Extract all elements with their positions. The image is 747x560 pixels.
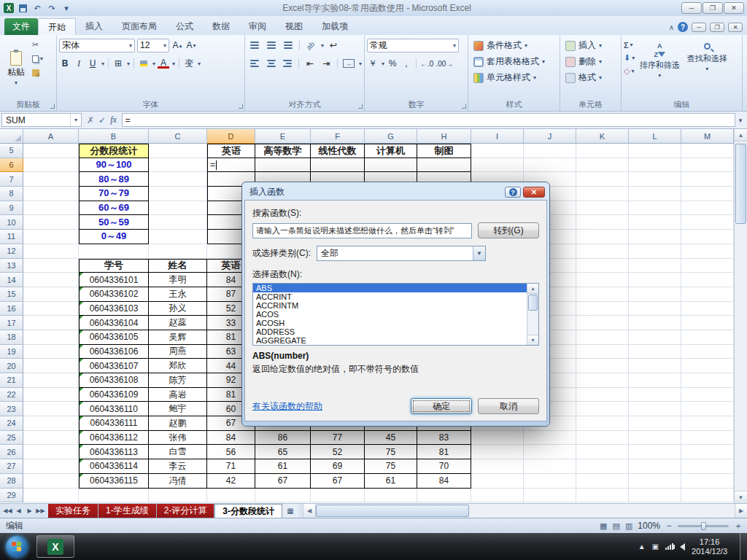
horizontal-scroll-thumb[interactable] xyxy=(316,505,469,517)
function-item-acosh[interactable]: ACOSH xyxy=(253,319,538,327)
excel-app-icon[interactable]: X xyxy=(4,3,14,13)
column-header-B[interactable]: B xyxy=(79,129,149,144)
cell-L22[interactable] xyxy=(629,388,681,402)
row-header-11[interactable]: 11 xyxy=(0,230,23,244)
cell-L5[interactable] xyxy=(629,144,681,158)
cell-C22[interactable]: 高岩 xyxy=(149,388,207,402)
row-header-17[interactable]: 17 xyxy=(0,316,23,330)
cell-M9[interactable] xyxy=(681,201,734,216)
category-select[interactable]: 全部 ▼ xyxy=(317,246,486,261)
cell-A7[interactable] xyxy=(23,172,79,187)
cell-K24[interactable] xyxy=(576,416,629,431)
font-name-select[interactable]: 宋体▾ xyxy=(59,39,135,52)
row-header-12[interactable]: 12 xyxy=(0,244,23,259)
comma-style-button[interactable]: , xyxy=(400,58,412,70)
cut-button[interactable]: ✂ xyxy=(32,39,43,50)
row-header-26[interactable]: 26 xyxy=(0,445,23,459)
cell-K6[interactable] xyxy=(576,158,629,173)
cell-A26[interactable] xyxy=(23,445,79,459)
cell-D29[interactable] xyxy=(207,489,255,503)
zoom-out-button[interactable]: − xyxy=(665,521,673,531)
cell-A27[interactable] xyxy=(23,459,79,474)
function-item-aggregate[interactable]: AGGREGATE xyxy=(253,336,538,345)
cell-I5[interactable] xyxy=(471,144,524,158)
cell-B15[interactable]: 0604336102 xyxy=(79,287,149,302)
cell-B16[interactable]: 0604336103 xyxy=(79,302,149,316)
delete-cells-button[interactable]: 删除▾ xyxy=(562,54,619,69)
cell-L28[interactable] xyxy=(629,474,681,489)
insert-function-button[interactable]: fx xyxy=(110,114,117,125)
cell-B26[interactable]: 0604336113 xyxy=(79,445,149,459)
cancel-button[interactable]: 取消 xyxy=(478,398,539,414)
cell-L23[interactable] xyxy=(629,402,681,416)
bold-button[interactable]: B xyxy=(59,58,71,70)
cell-B5[interactable]: 分数段统计 xyxy=(79,144,149,158)
row-header-19[interactable]: 19 xyxy=(0,345,23,359)
align-top-button[interactable] xyxy=(247,39,262,52)
cell-B9[interactable]: 60～69 xyxy=(79,201,149,216)
increase-indent-button[interactable]: ⇥ xyxy=(320,58,334,70)
tab-view[interactable]: 视图 xyxy=(276,18,312,35)
zoom-slider[interactable] xyxy=(678,525,729,527)
cell-D26[interactable]: 56 xyxy=(207,445,255,459)
cell-C26[interactable]: 白雪 xyxy=(149,445,207,459)
row-header-13[interactable]: 13 xyxy=(0,259,23,273)
cell-L24[interactable] xyxy=(629,416,681,431)
cell-C28[interactable]: 冯倩 xyxy=(149,474,207,489)
cell-K21[interactable] xyxy=(576,373,629,388)
cell-E25[interactable]: 86 xyxy=(255,431,311,446)
autosum-button[interactable]: Σ▾ xyxy=(624,39,635,50)
cell-A6[interactable] xyxy=(23,158,79,173)
cell-B12[interactable] xyxy=(79,244,149,259)
cell-D6[interactable]: = xyxy=(207,158,255,173)
help-icon[interactable]: ? xyxy=(678,22,688,32)
cell-F25[interactable]: 77 xyxy=(311,431,365,446)
cell-L14[interactable] xyxy=(629,273,681,287)
font-color-button[interactable]: A xyxy=(158,58,169,69)
cell-C17[interactable]: 赵蕊 xyxy=(149,316,207,330)
align-left-button[interactable] xyxy=(247,58,262,70)
cell-K18[interactable] xyxy=(576,330,629,345)
tab-file[interactable]: 文件 xyxy=(4,18,38,35)
cell-H5[interactable]: 制图 xyxy=(417,144,471,158)
align-bottom-button[interactable] xyxy=(281,39,295,52)
workbook-minimize-button[interactable]: ─ xyxy=(692,23,706,32)
cell-M7[interactable] xyxy=(681,172,734,187)
cell-C12[interactable] xyxy=(149,244,207,259)
column-header-E[interactable]: E xyxy=(255,129,311,144)
cancel-entry-button[interactable]: ✗ xyxy=(87,115,94,125)
cell-G26[interactable]: 75 xyxy=(365,445,417,459)
cell-B20[interactable]: 0604336107 xyxy=(79,359,149,373)
function-list-scrollbar[interactable]: ▲ ▼ xyxy=(527,284,538,345)
cell-K7[interactable] xyxy=(576,172,629,187)
cell-B7[interactable]: 80～89 xyxy=(79,172,149,187)
cell-B8[interactable]: 70～79 xyxy=(79,187,149,201)
merge-center-button[interactable]: ↔ xyxy=(341,58,356,70)
cell-L11[interactable] xyxy=(629,230,681,244)
column-header-G[interactable]: G xyxy=(365,129,417,144)
cell-L16[interactable] xyxy=(629,302,681,316)
cell-K10[interactable] xyxy=(576,215,629,230)
sheet-tab-0[interactable]: 实验任务 xyxy=(48,504,98,518)
row-header-7[interactable]: 7 xyxy=(0,172,23,187)
cell-M8[interactable] xyxy=(681,187,734,201)
grow-font-button[interactable]: A▴ xyxy=(171,39,183,52)
go-button[interactable]: 转到(G) xyxy=(478,222,539,238)
cell-M16[interactable] xyxy=(681,302,734,316)
row-header-23[interactable]: 23 xyxy=(0,402,23,416)
cell-B6[interactable]: 90～100 xyxy=(79,158,149,173)
sheet-tab-2[interactable]: 2-评分计算 xyxy=(157,504,215,518)
row-header-15[interactable]: 15 xyxy=(0,287,23,302)
function-list-scroll-thumb[interactable] xyxy=(528,295,538,311)
cell-C11[interactable] xyxy=(149,230,207,244)
dialog-titlebar[interactable]: 插入函数 ? ✕ xyxy=(244,184,547,200)
cell-M6[interactable] xyxy=(681,158,734,173)
cell-M20[interactable] xyxy=(681,359,734,373)
volume-icon[interactable] xyxy=(680,543,685,551)
row-header-28[interactable]: 28 xyxy=(0,474,23,489)
cell-M21[interactable] xyxy=(681,373,734,388)
cell-I27[interactable] xyxy=(471,459,524,474)
horizontal-scrollbar[interactable]: ◀ ▶ xyxy=(303,504,747,518)
insert-cells-button[interactable]: 插入▾ xyxy=(562,38,619,53)
cell-G6[interactable] xyxy=(365,158,417,173)
